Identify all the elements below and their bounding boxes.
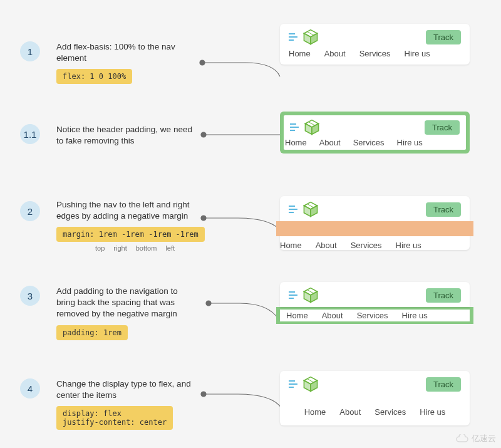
negative-margin-overlay: [276, 221, 473, 236]
hamburger-icon: [289, 206, 299, 213]
track-button[interactable]: Track: [426, 377, 461, 392]
nav-about[interactable]: About: [324, 49, 346, 58]
hamburger-icon: [290, 123, 300, 131]
logo-cube-icon: [302, 29, 319, 45]
nav-about[interactable]: About: [319, 138, 341, 147]
logo-cube-icon: [304, 119, 320, 135]
demo-3: Track Home About Services Hire us: [276, 282, 473, 324]
nav-home[interactable]: Home: [289, 49, 311, 58]
demo-1: Track Home About Services Hire us: [280, 24, 470, 65]
track-button[interactable]: Track: [426, 288, 461, 303]
nav-home[interactable]: Home: [304, 407, 326, 417]
nav-home[interactable]: Home: [280, 241, 302, 250]
demo-1-1: Track Home About Services Hire us: [280, 112, 470, 154]
watermark-text: 亿速云: [472, 433, 496, 444]
nav-services[interactable]: Services: [357, 311, 388, 320]
nav-services[interactable]: Services: [353, 138, 385, 147]
nav-hire[interactable]: Hire us: [397, 138, 423, 147]
label-left: left: [165, 244, 175, 252]
step-1-1-desc: Notice the header padding, we need to fa…: [56, 124, 197, 147]
step-4-code: display: flex justify-content: center: [56, 406, 173, 430]
track-button[interactable]: Track: [426, 202, 461, 217]
demo-2: Track Home About Services Hire us: [280, 196, 470, 250]
nav-home[interactable]: Home: [285, 138, 307, 147]
nav-hire[interactable]: Hire us: [402, 311, 428, 320]
step-number-1: 1: [20, 41, 40, 61]
step-number-3: 3: [20, 286, 40, 306]
cloud-icon: [455, 434, 469, 443]
step-3-code: padding: 1rem: [56, 325, 128, 340]
logo-cube-icon: [302, 201, 319, 217]
demo-4: Track Home About Services Hire us: [280, 371, 470, 425]
step-number-1-1: 1.1: [20, 124, 40, 144]
nav-hire[interactable]: Hire us: [420, 407, 445, 417]
nav-hire[interactable]: Hire us: [405, 49, 430, 58]
watermark: 亿速云: [455, 433, 496, 444]
hamburger-icon: [289, 291, 299, 299]
nav-services[interactable]: Services: [351, 241, 382, 250]
nav-hire[interactable]: Hire us: [396, 241, 421, 250]
nav-services[interactable]: Services: [374, 407, 406, 417]
nav-about[interactable]: About: [316, 241, 337, 250]
nav-about[interactable]: About: [322, 311, 343, 320]
track-button[interactable]: Track: [426, 30, 461, 44]
logo-cube-icon: [302, 287, 319, 303]
label-right: right: [113, 244, 127, 252]
nav-about[interactable]: About: [339, 407, 361, 417]
step-number-4: 4: [20, 378, 40, 399]
step-number-2: 2: [20, 201, 40, 221]
hamburger-icon: [289, 33, 299, 41]
label-top: top: [95, 244, 105, 252]
step-1-code: flex: 1 0 100%: [56, 69, 132, 84]
nav-services[interactable]: Services: [359, 49, 391, 58]
step-4-desc: Change the display type to flex, and cen…: [56, 378, 197, 401]
step-2-desc: Pushing the nav to the left and right ed…: [56, 199, 197, 222]
logo-cube-icon: [302, 376, 319, 392]
nav-row: Home About Services Hire us: [280, 49, 470, 65]
hamburger-icon: [289, 380, 299, 388]
nav-padding-overlay: Home About Services Hire us: [276, 307, 473, 324]
margin-labels: top right bottom left: [56, 244, 197, 252]
step-2-code: margin: 1rem -1rem -1rem -1rem: [56, 227, 205, 242]
nav-home[interactable]: Home: [286, 311, 308, 320]
track-button[interactable]: Track: [425, 120, 460, 135]
step-3-desc: Add padding to the navigation to bring b…: [56, 286, 197, 320]
nav-row: Home About Services Hire us: [276, 236, 470, 250]
nav-row: Home About Services Hire us: [284, 138, 466, 150]
nav-row-centered: Home About Services Hire us: [280, 396, 470, 425]
label-bottom: bottom: [136, 244, 157, 252]
